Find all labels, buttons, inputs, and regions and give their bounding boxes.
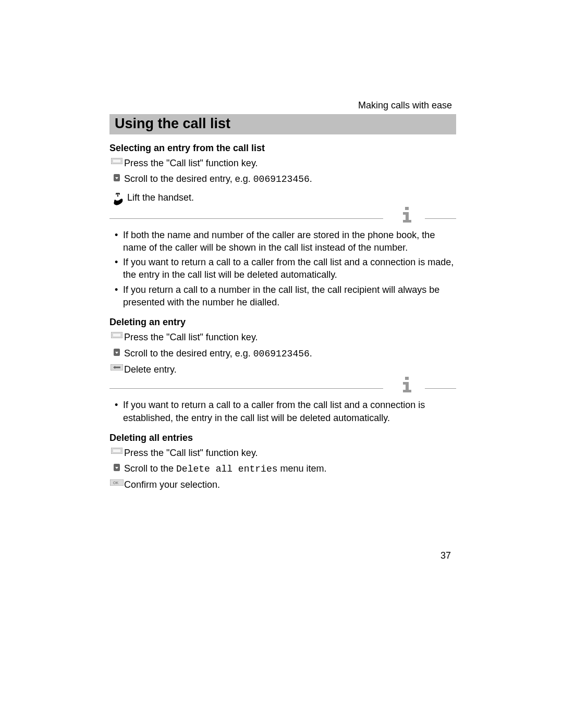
svg-rect-6 [403,220,411,223]
running-header: Making calls with ease [109,100,456,111]
section-title: Using the call list [115,116,451,132]
step-text: Press the "Call list" function key. [124,157,456,169]
step-press-key: Press the "Call list" function key. [109,157,456,169]
svg-rect-12 [405,377,409,380]
delete-key-icon [109,363,124,371]
note-item: If you return a call to a number in the … [123,283,456,309]
softkey-icon [109,447,124,454]
note-item: If both the name and number of the calle… [123,229,456,254]
svg-text:OK: OK [113,481,118,485]
step-text: Press the "Call list" function key. [124,447,456,459]
step-scroll: Scroll to the Delete all entries menu it… [109,462,456,475]
svg-rect-17 [113,449,121,452]
svg-rect-1 [113,159,121,163]
step-text: Confirm your selection. [124,478,456,491]
info-icon [402,207,412,225]
info-divider [109,211,456,226]
subheading-delete-all: Deleting all entries [109,433,456,443]
document-page: Making calls with ease Using the call li… [0,0,563,728]
subheading-delete-one: Deleting an entry [109,317,456,328]
ok-key-icon: OK [109,478,124,486]
softkey-icon [109,157,124,164]
svg-rect-8 [113,334,121,337]
svg-rect-11 [115,366,120,368]
step-text: Delete entry. [124,363,456,376]
step-delete: Delete entry. [109,363,456,376]
scroll-down-icon [109,172,124,182]
svg-rect-3 [405,207,409,210]
step-text: Press the "Call list" function key. [124,331,456,343]
page-number: 37 [440,550,451,561]
svg-rect-14 [406,382,409,390]
step-text: Lift the handset. [127,191,456,204]
step-text: Scroll to the desired entry, e.g. 006912… [124,347,456,360]
note-item: If you want to return a call to a caller… [123,399,456,424]
info-icon [402,377,412,394]
info-divider [109,381,456,396]
step-text: Scroll to the desired entry, e.g. 006912… [124,172,456,186]
handset-icon [109,191,127,206]
scroll-down-icon [109,347,124,356]
info-notes-select: If both the name and number of the calle… [109,229,456,309]
info-notes-delete-one: If you want to return a call to a caller… [109,399,456,424]
step-scroll: Scroll to the desired entry, e.g. 006912… [109,347,456,360]
step-press-key: Press the "Call list" function key. [109,447,456,459]
step-text: Scroll to the Delete all entries menu it… [124,462,456,475]
svg-rect-15 [403,390,411,392]
softkey-icon [109,331,124,338]
scroll-down-icon [109,462,124,472]
step-lift-handset: Lift the handset. [109,191,456,206]
section-title-bar: Using the call list [109,114,456,134]
step-press-key: Press the "Call list" function key. [109,331,456,343]
step-scroll: Scroll to the desired entry, e.g. 006912… [109,172,456,186]
subheading-select: Selecting an entry from the call list [109,143,456,154]
step-confirm: OK Confirm your selection. [109,478,456,491]
svg-rect-5 [406,212,409,220]
note-item: If you want to return a call to a caller… [123,256,456,281]
